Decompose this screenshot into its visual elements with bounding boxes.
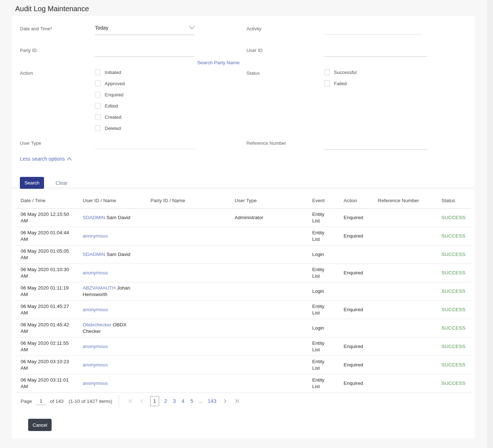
cell-user: Obdxchecker OBDX Checker [77, 322, 145, 335]
cell-action: Enquired [338, 233, 372, 239]
status-badge: SUCCESS [436, 362, 472, 368]
checkbox[interactable] [324, 69, 330, 75]
user-id-label: User ID [247, 47, 324, 53]
checkbox-option: Enquired [95, 92, 195, 97]
cell-event: Entity List [306, 377, 338, 390]
checkbox-option: Created [95, 114, 195, 120]
status-badge: SUCCESS [436, 214, 472, 221]
user-id-link[interactable]: anonymous [83, 270, 108, 275]
chevron-up-icon[interactable] [67, 157, 72, 161]
header-reference-number: Reference Number [372, 198, 436, 203]
checkbox[interactable] [95, 114, 101, 120]
checkbox-option: Successful [324, 69, 427, 75]
scrollbar-track[interactable] [487, 0, 493, 448]
checkbox[interactable] [95, 69, 101, 75]
user-id-link[interactable]: anonymous [83, 380, 108, 386]
header-party-id-name: Party ID / Name [145, 198, 229, 203]
user-type-field [95, 139, 195, 149]
user-id-link[interactable]: Obdxchecker [83, 322, 112, 327]
search-party-name-link[interactable]: Search Party Name [197, 60, 240, 65]
search-button[interactable]: Search [20, 177, 44, 189]
user-id-link[interactable]: anonymous [83, 307, 108, 312]
pager-divider [119, 394, 119, 408]
reference-number-input[interactable] [324, 139, 427, 149]
less-search-options-link[interactable]: Less search options [20, 156, 65, 162]
cell-user: SDADMIN Sam David [77, 251, 145, 258]
page-link[interactable]: 5 [190, 398, 193, 404]
user-id-link[interactable]: ABZVAMAUTH [83, 285, 115, 291]
checkbox-label: Edited [105, 103, 118, 109]
table-row: 06 May 2020 01:45:42 AM Obdxchecker OBDX… [15, 319, 472, 338]
user-id-link[interactable]: SDADMIN [83, 215, 105, 220]
checkbox[interactable] [95, 81, 101, 86]
cell-event: Login [306, 325, 338, 331]
page-links: 12345...143 [148, 396, 219, 406]
user-id-link[interactable]: anonymous [83, 233, 108, 239]
user-id-link[interactable]: anonymous [83, 344, 108, 349]
next-page-icon[interactable] [221, 397, 229, 405]
date-time-select[interactable]: Today [95, 25, 195, 35]
status-label: Status [247, 69, 324, 76]
cell-action: Enquired [338, 380, 372, 387]
previous-page-icon[interactable] [138, 397, 146, 405]
title-band: Audit Log Maintenance [0, 0, 493, 16]
first-page-icon[interactable] [127, 397, 135, 405]
checkbox[interactable] [95, 92, 101, 97]
cell-event: Entity List [306, 303, 338, 316]
cancel-button[interactable]: Cancel [28, 419, 52, 431]
cell-user-type: Administrator [229, 214, 306, 221]
status-badge: SUCCESS [436, 288, 472, 295]
activity-label: Activity [247, 25, 324, 31]
page-link[interactable]: 4 [182, 398, 184, 404]
checkbox-label: Initiated [105, 70, 121, 75]
party-id-input[interactable] [95, 47, 195, 57]
cell-date-time: 06 May 2020 01:11:19 AM [15, 285, 77, 298]
date-time-value: Today [95, 25, 108, 31]
page-ellipsis: ... [198, 398, 202, 404]
page-link[interactable]: 2 [164, 398, 167, 404]
cell-user: anonymous [77, 270, 145, 276]
cell-date-time: 06 May 2020 01:45:27 AM [15, 303, 77, 316]
items-count-text: (1-10 of 1427 items) [69, 399, 112, 404]
page-link[interactable]: 143 [208, 398, 216, 404]
header-user-id-name: User ID / Name [77, 198, 145, 203]
party-id-label: Party ID [20, 47, 95, 53]
user-type-label: User Type [20, 139, 95, 146]
cell-action: Enquired [338, 214, 372, 221]
cell-user: anonymous [77, 380, 145, 387]
page-label: Page [21, 399, 32, 404]
checkbox-label: Deleted [105, 126, 121, 131]
cell-date-time: 06 May 2020 01:45:42 AM [15, 322, 77, 335]
table-row: 06 May 2020 01:04:44 AM anonymous Entity… [15, 227, 472, 245]
cell-event: Entity List [306, 230, 338, 243]
header-date-time: Date / Time [15, 198, 77, 203]
cell-event: Entity List [306, 358, 338, 371]
page-number-input[interactable] [36, 397, 47, 405]
last-page-icon[interactable] [233, 397, 241, 405]
cell-date-time: 06 May 2020 12:15:50 AM [15, 211, 77, 224]
checkbox[interactable] [324, 81, 330, 86]
cell-date-time: 06 May 2020 03:10:23 AM [15, 358, 77, 371]
results-panel: Date / Time User ID / Name Party ID / Na… [12, 190, 475, 438]
user-name: Sam David [105, 252, 130, 257]
checkbox[interactable] [95, 103, 101, 109]
header-user-type: User Type [229, 198, 306, 203]
checkbox[interactable] [95, 125, 101, 131]
page-title: Audit Log Maintenance [15, 5, 493, 13]
page-of-text: of 143 [50, 399, 64, 404]
status-badge: SUCCESS [436, 251, 472, 258]
cell-user: SDADMIN Sam David [77, 214, 145, 221]
user-id-input[interactable] [324, 47, 427, 57]
status-badge: SUCCESS [436, 343, 472, 350]
user-id-link[interactable]: anonymous [83, 362, 108, 367]
checkbox-option: Deleted [95, 125, 195, 131]
status-badge: SUCCESS [436, 325, 472, 331]
page-link[interactable]: 3 [173, 398, 176, 404]
cell-user: anonymous [77, 343, 145, 350]
clear-button[interactable]: Clear [56, 180, 67, 186]
action-label: Action [20, 69, 95, 76]
table-row: 06 May 2020 01:45:27 AM anonymous Entity… [15, 301, 472, 319]
user-id-link[interactable]: SDADMIN [83, 252, 105, 257]
cell-action: Enquired [338, 343, 372, 350]
cell-date-time: 06 May 2020 01:04:44 AM [15, 230, 77, 243]
